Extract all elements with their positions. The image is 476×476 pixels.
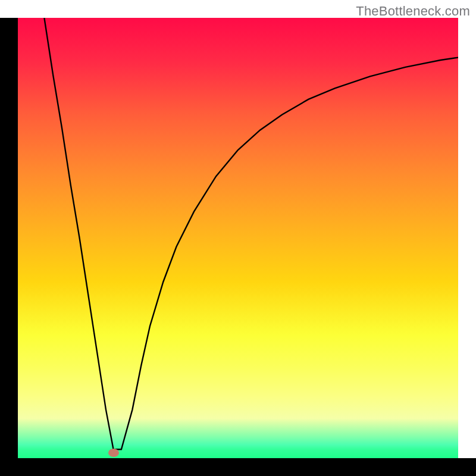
axis-bottom xyxy=(0,458,476,476)
curve-path xyxy=(44,18,458,449)
curve-svg xyxy=(18,18,458,458)
axis-left xyxy=(0,18,18,476)
chart-container: TheBottleneck.com xyxy=(0,0,476,476)
plot-area xyxy=(18,18,458,458)
vertex-marker xyxy=(108,449,119,457)
watermark-text: TheBottleneck.com xyxy=(356,4,470,19)
